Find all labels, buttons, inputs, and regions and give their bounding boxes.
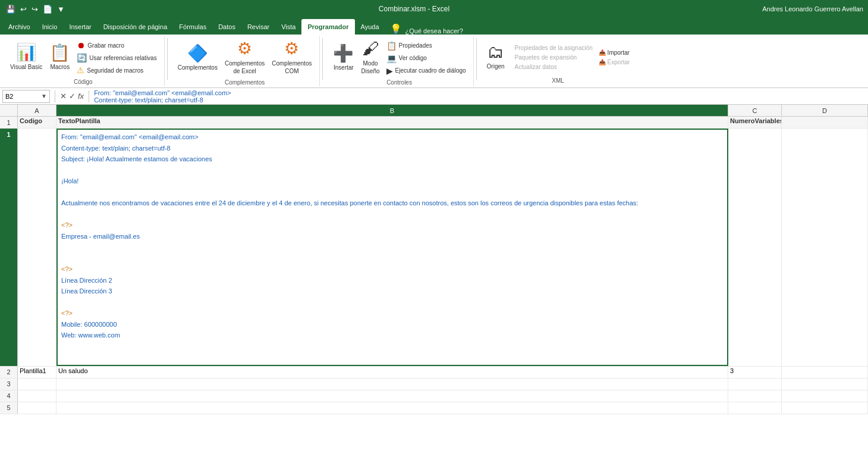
cell-3c[interactable]	[728, 379, 782, 390]
macros-icon: 📋	[49, 43, 70, 62]
tab-ayuda[interactable]: Ayuda	[355, 19, 385, 35]
cell-line-content-type: Content-type: text/plain; charset=utf-8	[61, 143, 724, 154]
ribbon-group-codigo: 📊 Visual Basic 📋 Macros ⏺ Grabar macro 🔄…	[2, 36, 165, 86]
col-header-d[interactable]: D	[782, 105, 868, 116]
cell-line-subject: Subject: ¡Hola! Actualmente estamos de v…	[61, 154, 724, 164]
cell-1c[interactable]: NumeroVariables	[728, 117, 782, 128]
ribbon-exportar: 📤 Exportar	[596, 58, 633, 67]
warning-icon: ⚠	[77, 65, 84, 75]
cell-line-empty-3	[61, 209, 724, 220]
cell-5a[interactable]	[18, 402, 56, 414]
formula-fx-icon[interactable]: fx	[78, 92, 84, 101]
cell-2b[interactable]: From: "email@email.com" <email@email.com…	[56, 129, 728, 366]
cell-1b[interactable]: TextoPlantilla	[56, 117, 728, 128]
ejecutar-icon: ▶	[386, 66, 393, 76]
ribbon-propiedades-asignacion: Propiedades de la asignación	[512, 43, 595, 52]
ribbon-grabar-macro[interactable]: ⏺ Grabar macro	[74, 39, 159, 51]
cell-plantilla-b[interactable]: Un saludo	[56, 367, 728, 378]
col-header-b[interactable]: B	[56, 105, 728, 116]
ribbon-complementos-btn[interactable]: 🔷 Complementos	[175, 42, 221, 73]
row-num-4: 4	[0, 390, 18, 402]
cell-plantilla-c[interactable]: 3	[728, 367, 782, 378]
ribbon-ver-codigo[interactable]: 💻 Ver código	[384, 52, 468, 64]
ribbon-group-controles: ➕ Insertar 🖌 ModoDiseño 📋 Propiedades 💻 …	[325, 36, 473, 86]
cell-1d[interactable]	[782, 117, 868, 128]
ribbon-origen[interactable]: 🗂 Origen	[484, 40, 508, 71]
cell-4c[interactable]	[728, 390, 782, 402]
cell-2c[interactable]	[728, 129, 782, 366]
cell-4b[interactable]	[56, 390, 728, 402]
cell-line-vacaciones: Actualmente nos encontramos de vacacione…	[61, 198, 724, 208]
cell-3d[interactable]	[782, 379, 868, 390]
title-bar-left: 💾 ↩ ↪ 📄 ▼	[5, 4, 66, 15]
cell-5c[interactable]	[728, 402, 782, 414]
undo-qat-icon[interactable]: ↩	[19, 4, 28, 15]
user-name: Andres Leonardo Guerrero Avellan	[762, 5, 863, 12]
ribbon-propiedades[interactable]: 📋 Propiedades	[384, 40, 468, 52]
cell-line-var1: <?>	[61, 220, 724, 230]
table-row: 1 Codigo TextoPlantilla NumeroVariables	[0, 117, 868, 129]
cell-3a[interactable]	[18, 379, 56, 390]
col-header-c[interactable]: C	[728, 105, 782, 116]
cell-2d[interactable]	[782, 129, 868, 366]
table-row: 4	[0, 390, 868, 402]
propiedades-icon: 📋	[386, 41, 397, 51]
tab-formulas[interactable]: Fórmulas	[173, 19, 212, 35]
new-qat-icon[interactable]: 📄	[42, 4, 54, 15]
ribbon-modo-diseno[interactable]: 🖌 ModoDiseño	[358, 37, 382, 77]
ribbon-insertar-control[interactable]: ➕ Insertar	[330, 42, 357, 73]
spreadsheet-area: A B C D 1 Codigo TextoPlantilla NumeroVa…	[0, 105, 868, 466]
row-num-5: 5	[0, 402, 18, 414]
formula-bar: B2 ▼ ✕ ✓ fx From: "email@email.com" <ema…	[0, 88, 868, 105]
formula-cancel-icon[interactable]: ✕	[60, 92, 67, 101]
formula-input[interactable]: From: "email@email.com" <email@email.com…	[94, 89, 866, 104]
tab-inicio[interactable]: Inicio	[36, 19, 64, 35]
ribbon-complementos-excel[interactable]: ⚙ Complementosde Excel	[222, 37, 268, 77]
cell-5d[interactable]	[782, 402, 868, 414]
col-header-a[interactable]: A	[18, 105, 56, 116]
title-bar: 💾 ↩ ↪ 📄 ▼ Combinar.xlsm - Excel Andres L…	[0, 0, 868, 18]
cell-1a[interactable]: Codigo	[18, 117, 56, 128]
help-bulb-icon[interactable]: 💡	[390, 23, 402, 35]
quick-access-toolbar[interactable]: 💾 ↩ ↪ 📄 ▼	[5, 4, 66, 15]
row-num-1: 1	[0, 117, 18, 128]
cell-reference-box[interactable]: B2 ▼	[2, 90, 50, 103]
table-row: 2 Plantilla1 Un saludo 3	[0, 367, 868, 379]
what-do-you-want[interactable]: ¿Qué desea hacer?	[405, 27, 463, 35]
tab-revisar[interactable]: Revisar	[241, 19, 275, 35]
tab-archivo[interactable]: Archivo	[2, 19, 36, 35]
ribbon-complementos-com[interactable]: ⚙ ComplementosCOM	[269, 37, 315, 77]
ver-codigo-icon: 💻	[386, 54, 397, 63]
tab-vista[interactable]: Vista	[275, 19, 301, 35]
tab-disposicion[interactable]: Disposición de página	[98, 19, 174, 35]
tab-insertar[interactable]: Insertar	[63, 19, 97, 35]
ribbon-usar-relativas[interactable]: 🔄 Usar referencias relativas	[74, 52, 159, 64]
cell-plantilla-d[interactable]	[782, 367, 868, 378]
tab-datos[interactable]: Datos	[212, 19, 241, 35]
cell-5b[interactable]	[56, 402, 728, 414]
redo-qat-icon[interactable]: ↪	[30, 4, 39, 15]
row-num-3: 3	[0, 379, 18, 390]
ribbon-macros[interactable]: 📋 Macros	[46, 41, 73, 72]
window-title: Combinar.xlsm - Excel	[379, 5, 449, 13]
cell-3b[interactable]	[56, 379, 728, 390]
table-row: 5	[0, 402, 868, 414]
ribbon-visual-basic[interactable]: 📊 Visual Basic	[7, 40, 45, 73]
cell-line-mobile: Mobile: 600000000	[61, 320, 724, 330]
ribbon-seguridad-macros[interactable]: ⚠ Seguridad de macros	[74, 64, 159, 76]
ribbon-importar[interactable]: 📥 Importar	[596, 48, 633, 57]
ribbon-ejecutar-cuadro[interactable]: ▶ Ejecutar cuadro de diálogo	[384, 65, 468, 77]
complementos-icon: 🔷	[187, 43, 208, 63]
cell-2a[interactable]	[18, 129, 56, 366]
complementos-com-icon: ⚙	[284, 39, 299, 58]
cell-line-empty-7	[61, 342, 724, 352]
cell-4a[interactable]	[18, 390, 56, 402]
cell-plantilla-a[interactable]: Plantilla1	[18, 367, 56, 378]
row-num-plantilla: 2	[0, 367, 18, 378]
more-qat-icon[interactable]: ▼	[56, 4, 66, 15]
save-qat-icon[interactable]: 💾	[5, 4, 17, 15]
cell-4d[interactable]	[782, 390, 868, 402]
formula-confirm-icon[interactable]: ✓	[69, 92, 76, 101]
cell-ref-dropdown-icon[interactable]: ▼	[41, 93, 47, 99]
tab-programador[interactable]: Programador	[301, 19, 354, 35]
